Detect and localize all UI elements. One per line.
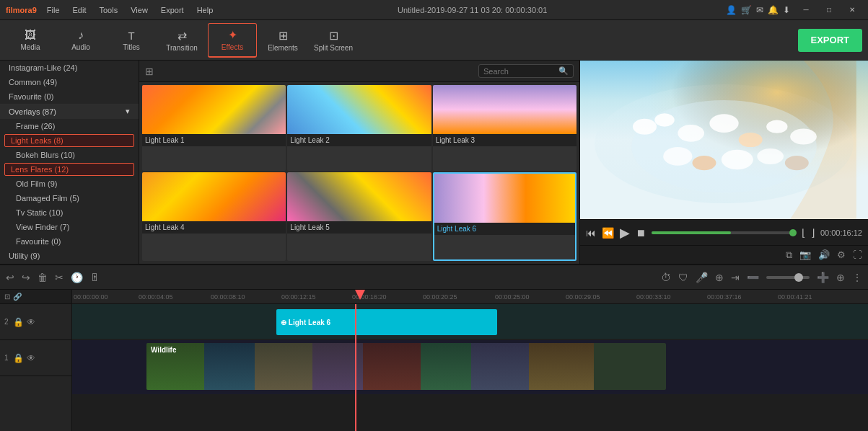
stop-button[interactable]: ⏹ [636, 227, 646, 239]
svg-point-4 [678, 125, 704, 142]
menu-tools[interactable]: Tools [94, 4, 124, 16]
skip-back-button[interactable]: ⏮ [586, 227, 596, 239]
sidebar-item-favourite-sub[interactable]: Favourite (0) [0, 234, 139, 249]
toolbar-titles[interactable]: T Titles [107, 23, 156, 58]
sidebar-item-utility[interactable]: Utility (9) [0, 249, 139, 263]
menu-edit[interactable]: Edit [67, 4, 92, 16]
effect-lightleak6[interactable]: Light Leak 6 [433, 172, 577, 261]
delete-button[interactable]: 🗑 [38, 272, 48, 283]
frame-back-button[interactable]: ⏪ [602, 227, 614, 239]
undo-button[interactable]: ↩ [6, 272, 14, 283]
fullscreen-icon[interactable]: ⛶ [853, 249, 862, 260]
mark-in-button[interactable]: ⌊ [802, 227, 805, 239]
overlays-label: Overlays (87) [9, 107, 56, 116]
maximize-button[interactable]: □ [819, 3, 839, 17]
snap-icon[interactable]: ⊡ [4, 293, 10, 301]
menu-help[interactable]: Help [191, 4, 219, 16]
track1-lock-icon[interactable]: 🔒 [13, 353, 24, 363]
timeline-ruler[interactable]: 00:00:00:00 00:00:04:05 00:00:08:10 00:0… [72, 290, 868, 304]
menu-view[interactable]: View [125, 4, 154, 16]
sidebar-item-common[interactable]: Common (49) [0, 75, 139, 89]
toolbar-splitscreen[interactable]: ⊡ Split Screen [309, 23, 358, 58]
effect-lightleak2[interactable]: Light Leak 2 [287, 85, 431, 171]
effect-lightleak4[interactable]: Light Leak 4 [142, 172, 286, 261]
sidebar-item-lensflares[interactable]: Lens Flares (12) [4, 163, 134, 176]
search-box[interactable]: 🔍 [478, 64, 574, 78]
effects-toolbar: ⊞ 🔍 [139, 61, 579, 82]
toolbar-effects[interactable]: ✦ Effects [208, 23, 257, 58]
ruler-mark-0: 00:00:00:00 [74, 293, 108, 301]
zoom-dot [794, 273, 803, 282]
toolbar-audio[interactable]: ♪ Audio [56, 23, 105, 58]
titlebar-left: filmora9 File Edit Tools View Export Hel… [6, 4, 219, 16]
effects-icon: ✦ [228, 28, 237, 42]
effect-lightleak3[interactable]: Light Leak 3 [433, 85, 577, 171]
main-area: Instagram-Like (24) Common (49) Favourit… [0, 61, 868, 264]
grid-toggle-icon[interactable]: ⊞ [145, 66, 154, 77]
track2-lock-icon[interactable]: 🔒 [13, 317, 24, 327]
detach-icon[interactable]: ⇥ [731, 272, 740, 283]
sidebar-item-instagram[interactable]: Instagram-Like (24) [0, 61, 139, 75]
toolbar-elements[interactable]: ⊞ Elements [258, 23, 307, 58]
timeline-content[interactable]: ⊕ Light Leak 6 Wildlife [72, 304, 868, 431]
audio-settings-button[interactable]: 🎚 [90, 272, 100, 283]
zoom-in-icon[interactable]: ➕ [817, 272, 829, 283]
sidebar-item-lightleaks[interactable]: Light Leaks (8) [4, 134, 134, 147]
close-button[interactable]: ✕ [842, 3, 862, 17]
pip-icon[interactable]: ⧉ [786, 249, 792, 261]
menu-file[interactable]: File [41, 4, 66, 16]
mark-out-button[interactable]: ⌋ [811, 227, 815, 239]
search-input[interactable] [483, 67, 556, 76]
speed-icon[interactable]: ⏱ [661, 272, 671, 283]
redo-button[interactable]: ↪ [22, 272, 30, 283]
timeline-ruler-area: 00:00:00:00 00:00:04:05 00:00:08:10 00:0… [72, 290, 868, 431]
effect-lightleak5[interactable]: Light Leak 5 [287, 172, 431, 261]
more-icon[interactable]: ⋮ [852, 272, 862, 283]
playhead-ruler-triangle [355, 290, 365, 300]
snapshot-icon[interactable]: 📷 [799, 249, 811, 260]
svg-point-7 [766, 120, 787, 133]
sidebar-item-overlays[interactable]: Overlays (87) ▾ [0, 104, 139, 119]
mask-icon[interactable]: 🛡 [678, 272, 688, 283]
toolbar-transition[interactable]: ⇄ Transition [157, 23, 206, 58]
clip-thumb-5 [363, 343, 421, 390]
cut-button[interactable]: ✂ [55, 272, 63, 283]
preview-time: 00:00:16:12 [820, 228, 862, 237]
preview-progress-bar[interactable] [652, 231, 796, 234]
link-icon[interactable]: 🔗 [13, 293, 22, 301]
sidebar-item-bokeh[interactable]: Bokeh Blurs (10) [0, 148, 139, 162]
effects-grid: Light Leak 1 Light Leak 2 Light Leak 3 L… [139, 82, 579, 264]
settings-icon[interactable]: ⚙ [837, 249, 846, 260]
sidebar-item-favourite-top[interactable]: Favourite (0) [0, 89, 139, 104]
video-clip[interactable]: Wildlife [146, 343, 666, 390]
effect-lightleak1[interactable]: Light Leak 1 [142, 85, 286, 171]
track1-eye-icon[interactable]: 👁 [27, 353, 35, 363]
zoom-slider[interactable] [766, 276, 810, 279]
effect-label-6: Light Leak 6 [434, 223, 575, 235]
minimize-button[interactable]: ─ [796, 3, 816, 17]
effect-clip[interactable]: ⊕ Light Leak 6 [276, 309, 497, 335]
ruler-mark-10: 00:00:41:21 [778, 293, 812, 301]
track2-eye-icon[interactable]: 👁 [27, 317, 35, 327]
playhead[interactable] [355, 304, 356, 431]
sidebar-item-tvstatic[interactable]: Tv Static (10) [0, 205, 139, 220]
track2-num: 2 [4, 318, 9, 326]
play-button[interactable]: ▶ [620, 225, 630, 241]
svg-point-6 [739, 133, 763, 147]
sidebar-item-viewfinder[interactable]: View Finder (7) [0, 220, 139, 234]
export-button[interactable]: EXPORT [798, 29, 862, 52]
sidebar-item-oldfilm[interactable]: Old Film (9) [0, 177, 139, 191]
overlay-icon[interactable]: ⊕ [715, 272, 724, 283]
volume-icon[interactable]: 🔊 [818, 249, 830, 260]
history-button[interactable]: 🕐 [71, 272, 83, 283]
preview-extra-controls: ⧉ 📷 🔊 ⚙ ⛶ [580, 245, 868, 264]
sidebar-item-damaged[interactable]: Damaged Film (5) [0, 191, 139, 205]
toolbar-titles-label: Titles [123, 43, 140, 51]
clip-thumb-8 [529, 343, 594, 390]
zoom-out-icon[interactable]: ➖ [747, 272, 759, 283]
sidebar-item-frame[interactable]: Frame (26) [0, 119, 139, 133]
add-track-button[interactable]: ⊕ [836, 272, 845, 283]
menu-export[interactable]: Export [155, 4, 190, 16]
toolbar-media[interactable]: 🖼 Media [6, 23, 55, 58]
mic-icon[interactable]: 🎤 [696, 272, 708, 283]
